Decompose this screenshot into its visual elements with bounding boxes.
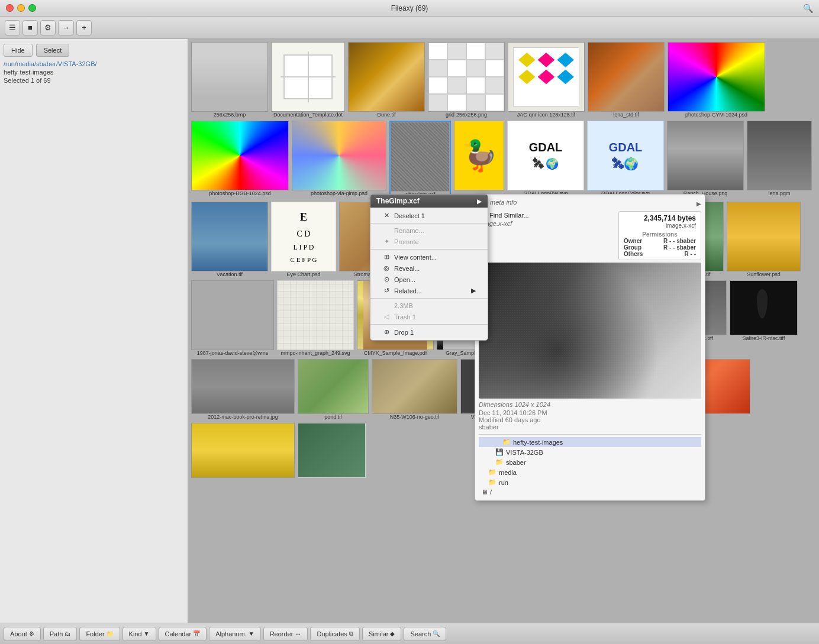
grid-item[interactable]: Sunflower.psd [727,202,801,277]
meta-expand-arrow[interactable]: ▶ [697,200,701,207]
image-label: JAG qnr icon 128x128.tif [517,112,576,118]
meta-created: Dec 11, 2014 10:26 PM [479,409,701,416]
grid-item[interactable]: GDAL 🛰🌍 GDALLogoBW.svg [507,121,584,199]
image-label: photoshop-RGB-1024.psd [209,190,271,196]
tree-label: run [499,479,508,486]
grid-item[interactable] [298,423,366,478]
grid-item[interactable]: GDAL 🛰🌍 GDALLogoColor.svg [587,121,664,199]
about-button[interactable]: About ⚙ [4,627,41,641]
ctx-sep-1 [370,223,488,224]
tree-item-sbaber[interactable]: 📁 sbaber [479,457,701,467]
tree-item-run[interactable]: 📁 run [479,477,701,487]
context-menu-title: TheGimp.xcf [376,197,420,205]
file-tree: 📁 hefty-test-images 💾 VISTA-32GB 📁 sbabe… [479,434,701,497]
grid-item[interactable]: 2012-mac-book-pro-retina.jpg [191,359,295,420]
image-label: pond.tif [324,414,342,420]
image-grid[interactable]: 256x256.bmp Documentation_Template.dot D… [188,39,819,623]
similar-icon: ◆ [390,630,395,637]
similar-button[interactable]: Similar ◆ [362,627,402,641]
ctx-open[interactable]: ⊙ Open... [370,274,488,285]
ctx-view-content[interactable]: ⊞ View content... [370,251,488,263]
folder-icon: 📁 [107,630,114,637]
menu-button[interactable]: ☰ [5,20,20,35]
grid-item[interactable]: 1987-jonas-david-steve@wins [191,280,274,356]
path-icon: 🗂 [65,630,70,637]
grid-item[interactable]: TheGimp.xcf [389,121,451,199]
grid-item[interactable]: Ranch_House.png [667,121,744,199]
add-button[interactable]: + [76,20,92,35]
grid-item[interactable] [191,423,295,478]
image-label: 2012-mac-book-pro-retina.jpg [208,414,278,420]
tree-item-hefty[interactable]: 📁 hefty-test-images [479,437,701,447]
tree-label: hefty-test-images [513,439,563,446]
ctx-trash: ◁ Trash 1 [370,311,488,322]
forward-button[interactable]: → [58,20,74,35]
sidebar: Hide Select /run/media/sbaber/VISTA-32GB… [0,39,188,623]
tree-item-vista[interactable]: 💾 VISTA-32GB [479,447,701,457]
meta-image-preview [479,263,701,399]
grid-item[interactable]: grid-256x256.png [428,42,505,118]
view-icon: ⊞ [382,253,391,261]
owner-label: Owner [624,238,642,244]
context-menu-arrow[interactable]: ▶ [477,198,482,205]
image-label: Safire3-IR-ntsc.tiff [743,335,785,341]
folder-button[interactable]: Folder 📁 [79,627,120,641]
grid-item[interactable]: pond.tif [298,359,369,420]
ctx-reveal[interactable]: ◎ Reveal... [370,263,488,274]
grid-item[interactable]: Vacation.tif [191,202,268,277]
grid-item[interactable]: photoshop-CYM-1024.psd [668,42,765,118]
grid-item[interactable]: photoshop-via-gimp.psd [292,121,386,199]
grid-item[interactable]: lena_std.tif [588,42,665,118]
minimize-button[interactable] [17,4,25,12]
image-label: grid-256x256.png [446,112,487,118]
ctx-size: 2.3MB [370,300,488,311]
grid-item[interactable]: lena.pgm [747,121,812,199]
search-button[interactable]: Search 🔍 [404,627,446,641]
tree-item-root[interactable]: 🖥 / [479,487,701,497]
hide-button[interactable]: Hide [4,44,33,57]
sidebar-controls: Hide Select [4,44,184,57]
ctx-drop[interactable]: ⊕ Drop 1 [370,326,488,338]
meta-panel: 🔍 meta info ▶ 🔍 Find Similar... image.x-… [475,194,705,501]
meta-size-bytes: 2,345,714 bytes [624,214,696,222]
grid-item[interactable]: JAG qnr icon 128x128.tif [508,42,585,118]
grid-item[interactable]: 🦆 [454,121,504,199]
grid-item[interactable]: Documentation_Template.dot [271,42,345,118]
search-icon[interactable]: 🔍 [803,4,813,13]
grid-item[interactable]: E C D L I P D C E F P G Eye Chart.psd [271,202,336,277]
tree-item-media[interactable]: 📁 media [479,467,701,477]
grid-item[interactable]: Dune.tif [348,42,425,118]
grid-item[interactable]: mmpo-inherit_graph_249.svg [277,280,354,356]
duplicates-button[interactable]: Duplicates ⧉ [310,627,359,641]
toolbar: ☰ ■ ⚙ → + [0,17,819,39]
alphanum-button[interactable]: Alphanum. ▼ [209,627,261,641]
ctx-related[interactable]: ↺ Related... ▶ [370,285,488,296]
ctx-deselect[interactable]: ✕ Deselect 1 [370,210,488,221]
reorder-button[interactable]: Reorder ↔ [263,627,308,641]
image-label: Sunflower.psd [747,271,781,277]
tree-label: VISTA-32GB [506,449,543,456]
image-label: CMYK_Sample_Image.pdf [364,350,427,356]
grid-item[interactable]: N35-W106-no-geo.tif [372,359,457,420]
stop-button[interactable]: ■ [22,20,38,35]
kind-button[interactable]: Kind ▼ [122,627,156,641]
context-menu: TheGimp.xcf ▶ ✕ Deselect 1 Rename... ✦ P… [370,194,488,341]
select-button[interactable]: Select [36,44,70,57]
grid-item[interactable]: 256x256.bmp [191,42,268,118]
grid-item[interactable]: photoshop-RGB-1024.psd [191,121,289,199]
calendar-button[interactable]: Calendar 📅 [159,627,207,641]
kind-icon: ▼ [144,630,150,637]
drive-icon: 💾 [495,448,504,456]
close-button[interactable] [6,4,14,12]
find-similar-btn[interactable]: Find Similar... [489,212,529,219]
maximize-button[interactable] [28,4,36,12]
folder-icon: 📁 [495,458,504,466]
ctx-sep-2 [370,249,488,250]
drop-icon: ⊕ [382,328,391,336]
path-button[interactable]: Path 🗂 [43,627,78,641]
gear-button[interactable]: ⚙ [40,20,56,35]
grid-item[interactable]: Safire3-IR-ntsc.tiff [730,280,798,356]
path-display: /run/media/sbaber/VISTA-32GB/ [4,60,184,67]
alphanum-icon: ▼ [249,630,254,637]
image-label: lena.pgm [768,190,790,196]
